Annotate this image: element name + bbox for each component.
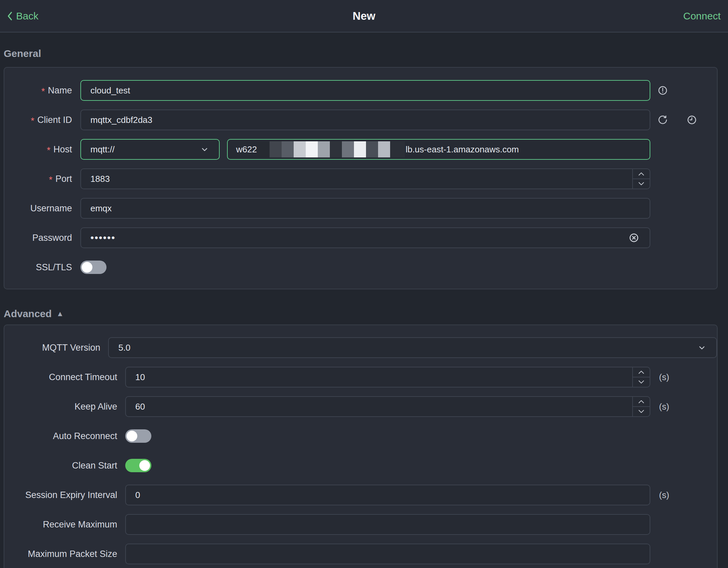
host-address-input[interactable]: w622 lb.us-east-1.amazonaws.com	[227, 139, 650, 160]
name-label: * Name	[4, 85, 72, 96]
form-content: General * Name	[0, 32, 728, 568]
general-panel: * Name	[4, 67, 718, 289]
auto-reconnect-label: Auto Reconnect	[4, 431, 117, 441]
port-label: * Port	[4, 174, 72, 184]
history-clock-icon[interactable]	[687, 115, 697, 125]
connect-label: Connect	[683, 10, 721, 22]
receive-maximum-label: Receive Maximum	[4, 519, 117, 530]
clear-password-icon[interactable]	[629, 233, 639, 243]
advanced-panel: MQTT Version 5.0 Connect Timeout	[4, 325, 718, 568]
client-id-label: * Client ID	[4, 115, 72, 125]
chevron-down-icon	[200, 144, 210, 154]
port-input[interactable]	[80, 168, 650, 189]
keep-alive-label: Keep Alive	[4, 402, 117, 412]
seconds-unit: (s)	[659, 372, 669, 382]
keep-alive-input[interactable]	[125, 396, 650, 417]
password-row: Password	[4, 227, 717, 248]
username-label: Username	[4, 203, 72, 214]
mqtt-version-row: MQTT Version 5.0	[4, 337, 717, 358]
username-input[interactable]	[80, 198, 650, 219]
mqtt-version-label: MQTT Version	[4, 343, 100, 353]
seconds-unit: (s)	[659, 402, 669, 412]
name-row: * Name	[4, 80, 717, 101]
session-expiry-row: Session Expiry Interval (s)	[4, 485, 717, 505]
client-id-row: * Client ID	[4, 110, 717, 130]
required-marker: *	[31, 117, 34, 126]
maximum-packet-size-input[interactable]	[125, 544, 650, 564]
stepper-down-button[interactable]	[633, 377, 650, 387]
auto-reconnect-toggle[interactable]	[125, 429, 151, 443]
top-bar: Back New Connect	[0, 0, 728, 32]
stepper-down-button[interactable]	[633, 179, 650, 189]
toggle-knob	[82, 262, 92, 273]
connect-timeout-row: Connect Timeout (s)	[4, 367, 717, 387]
stepper-up-button[interactable]	[633, 397, 650, 407]
name-input[interactable]	[80, 80, 650, 101]
alert-circle-icon	[658, 85, 668, 95]
mqtt-version-select[interactable]: 5.0	[108, 337, 717, 358]
clean-start-row: Clean Start	[4, 455, 717, 476]
username-row: Username	[4, 198, 717, 219]
host-label: * Host	[4, 144, 72, 155]
toggle-knob	[127, 431, 137, 441]
refresh-icon[interactable]	[658, 115, 668, 125]
ssl-row: SSL/TLS	[4, 257, 717, 278]
client-id-input[interactable]	[80, 110, 650, 130]
mqtt-version-value: 5.0	[118, 343, 130, 353]
host-protocol-select[interactable]: mqtt://	[80, 139, 220, 160]
session-expiry-label: Session Expiry Interval	[4, 490, 117, 500]
chevron-left-icon	[6, 11, 13, 21]
advanced-heading-row: Advanced ▲	[0, 307, 728, 321]
chevron-down-icon	[697, 343, 707, 353]
collapse-triangle-icon: ▲	[56, 307, 64, 321]
stepper-up-button[interactable]	[633, 367, 650, 377]
ssl-toggle[interactable]	[80, 261, 106, 274]
page-title: New	[0, 10, 728, 22]
connect-timeout-stepper	[632, 367, 650, 387]
receive-maximum-row: Receive Maximum	[4, 514, 717, 535]
session-expiry-input[interactable]	[125, 485, 650, 505]
port-row: * Port	[4, 168, 717, 189]
stepper-up-button[interactable]	[633, 169, 650, 179]
auto-reconnect-row: Auto Reconnect	[4, 426, 717, 446]
password-input[interactable]	[80, 227, 650, 248]
maximum-packet-size-row: Maximum Packet Size	[4, 544, 717, 564]
general-section-heading: General	[4, 47, 41, 60]
general-heading-row: General	[0, 47, 728, 60]
host-row: * Host mqtt://	[4, 139, 717, 160]
required-marker: *	[47, 146, 51, 155]
receive-maximum-input[interactable]	[125, 514, 650, 535]
new-connection-page: Back New Connect General * Name	[0, 0, 728, 568]
host-protocol-value: mqtt://	[90, 144, 115, 155]
seconds-unit: (s)	[659, 490, 669, 500]
keep-alive-row: Keep Alive (s)	[4, 396, 717, 417]
required-marker: *	[41, 87, 45, 96]
keep-alive-stepper	[632, 397, 650, 416]
connect-timeout-label: Connect Timeout	[4, 372, 117, 382]
stepper-down-button[interactable]	[633, 407, 650, 416]
clean-start-label: Clean Start	[4, 460, 117, 471]
maximum-packet-size-label: Maximum Packet Size	[4, 549, 117, 559]
required-marker: *	[49, 175, 53, 185]
back-button[interactable]: Back	[6, 10, 39, 22]
toggle-knob	[139, 460, 150, 471]
port-stepper	[632, 169, 650, 189]
connect-button[interactable]: Connect	[683, 10, 721, 22]
password-label: Password	[4, 233, 72, 243]
clean-start-toggle[interactable]	[125, 459, 151, 472]
advanced-section-heading[interactable]: Advanced ▲	[4, 307, 64, 321]
connect-timeout-input[interactable]	[125, 367, 650, 387]
host-address-field[interactable]	[227, 139, 650, 160]
ssl-label: SSL/TLS	[4, 262, 72, 273]
back-label: Back	[16, 10, 39, 22]
